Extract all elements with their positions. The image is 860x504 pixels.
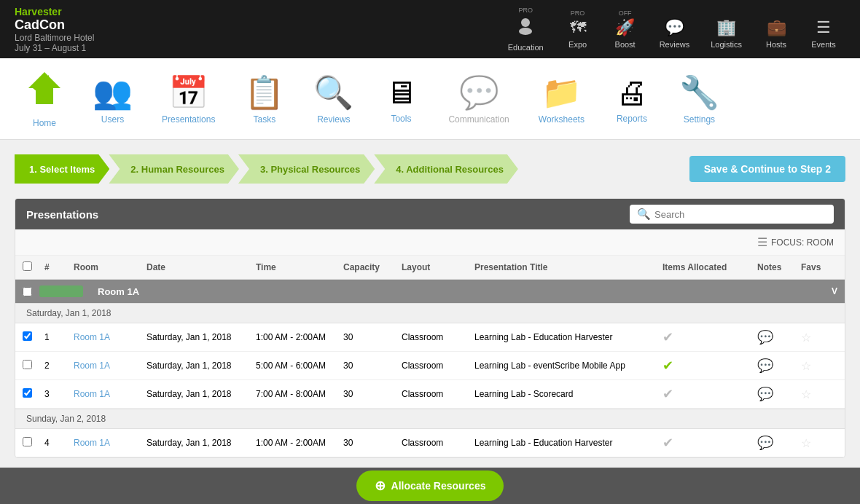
col-title: Presentation Title xyxy=(474,262,662,272)
row4-time: 1:00 AM - 2:00AM xyxy=(256,438,343,448)
row3-room[interactable]: Room 1A xyxy=(74,389,146,399)
row1-num: 1 xyxy=(44,332,74,342)
table-row: 1 Room 1A Saturday, Jan 1, 2018 1:00 AM … xyxy=(15,323,845,352)
nav-item-reviews[interactable]: 💬 Reviews xyxy=(651,4,699,55)
icon-nav-presentations[interactable]: 📅 Presentations xyxy=(151,70,226,128)
col-notes: Notes xyxy=(757,262,801,272)
row2-title: Learning Lab - eventScribe Mobile App xyxy=(474,361,662,371)
col-allocated: Items Allocated xyxy=(662,262,757,272)
nav-badge-logistics xyxy=(725,9,727,17)
row1-checkbox[interactable] xyxy=(23,331,44,343)
room-group-checkbox[interactable] xyxy=(23,287,32,296)
row2-num: 2 xyxy=(44,361,74,371)
search-box[interactable]: 🔍 xyxy=(630,205,834,224)
nav-item-expo[interactable]: PRO 🗺 Expo xyxy=(556,4,600,55)
icon-nav-worksheets-label: Worksheets xyxy=(539,114,585,125)
nav-badge-hosts xyxy=(775,9,778,17)
row4-notes[interactable]: 💬 xyxy=(757,435,801,451)
nav-item-logistics[interactable]: 🏢 Logistics xyxy=(702,4,751,55)
presentations-table: Presentations 🔍 ☰ FOCUS: ROOM # Room Dat… xyxy=(15,198,845,458)
fav-icon-3[interactable]: ☆ xyxy=(801,388,811,401)
nav-item-boost[interactable]: OFF 🚀 Boost xyxy=(603,4,647,55)
nav-label-education: Education xyxy=(508,43,544,52)
settings-icon: 🔧 xyxy=(679,74,719,111)
row2-notes[interactable]: 💬 xyxy=(757,358,801,374)
icon-nav-tools-label: Tools xyxy=(391,114,411,124)
row4-checkbox[interactable] xyxy=(23,437,44,449)
search-input[interactable] xyxy=(654,209,826,220)
row2-checkbox[interactable] xyxy=(23,360,44,371)
date-label-saturday: Saturday, Jan 1, 2018 xyxy=(26,308,112,318)
select-all-checkbox[interactable] xyxy=(23,261,32,271)
row1-notes[interactable]: 💬 xyxy=(757,329,801,345)
search-icon: 🔍 xyxy=(637,208,651,221)
icon-nav-reviews[interactable]: 🔍 Reviews xyxy=(302,70,364,128)
icon-nav-tasks[interactable]: 📋 Tasks xyxy=(233,70,295,128)
column-headers: # Room Date Time Capacity Layout Present… xyxy=(15,256,845,280)
presentations-icon: 📅 xyxy=(168,74,208,111)
nav-item-events[interactable]: ☰ Events xyxy=(802,4,845,55)
step-1-label: 1. Select Items xyxy=(29,164,95,175)
col-checkbox[interactable] xyxy=(23,261,44,273)
icon-nav-users[interactable]: 👥 Users xyxy=(82,70,144,128)
icon-nav-settings-label: Settings xyxy=(684,114,715,125)
fav-icon-4[interactable]: ☆ xyxy=(801,437,811,449)
row3-num: 3 xyxy=(44,389,74,399)
notes-icon-3[interactable]: 💬 xyxy=(757,387,773,401)
row1-time: 1:00 AM - 2:00AM xyxy=(256,332,343,342)
notes-icon-2[interactable]: 💬 xyxy=(757,358,773,373)
date-label-sunday: Sunday, Jan 2, 2018 xyxy=(26,414,106,424)
nav-badge-reviews xyxy=(673,9,676,17)
row4-fav[interactable]: ☆ xyxy=(801,436,837,450)
communication-icon: 💬 xyxy=(459,74,499,111)
notes-icon-1[interactable]: 💬 xyxy=(757,330,773,344)
hosts-icon: 💼 xyxy=(767,18,786,37)
nav-label-reviews: Reviews xyxy=(660,40,690,49)
brand-section: Harvester CadCon Lord Baltimore Hotel Ju… xyxy=(15,6,94,53)
collapse-button[interactable]: V xyxy=(832,286,837,296)
top-nav-items: PRO Education PRO 🗺 Expo OFF 🚀 Boost 💬 xyxy=(499,1,845,58)
room-group-row: Room 1A V xyxy=(15,280,845,303)
allocate-resources-button[interactable]: ⊕ Allocate Resources xyxy=(356,470,504,501)
step-2[interactable]: 2. Human Resources xyxy=(109,154,239,184)
row1-room[interactable]: Room 1A xyxy=(74,332,146,342)
svg-point-1 xyxy=(519,28,532,35)
row3-notes[interactable]: 💬 xyxy=(757,386,801,402)
row4-date: Saturday, Jan 1, 2018 xyxy=(146,438,256,448)
row1-fav[interactable]: ☆ xyxy=(801,331,837,344)
step-2-label: 2. Human Resources xyxy=(130,164,224,175)
icon-nav-worksheets[interactable]: 📁 Worksheets xyxy=(528,70,595,128)
row2-room[interactable]: Room 1A xyxy=(74,361,146,371)
main-content: Presentations 🔍 ☰ FOCUS: ROOM # Room Dat… xyxy=(0,191,860,502)
step-4[interactable]: 4. Additional Resources xyxy=(374,154,518,184)
row3-fav[interactable]: ☆ xyxy=(801,387,837,401)
bottom-bar: ⊕ Allocate Resources xyxy=(0,468,860,502)
icon-nav-home[interactable]: Home xyxy=(15,66,74,132)
row4-room[interactable]: Room 1A xyxy=(74,438,146,448)
fav-icon-2[interactable]: ☆ xyxy=(801,360,811,372)
step-3[interactable]: 3. Physical Resources xyxy=(238,154,375,184)
fav-icon-1[interactable]: ☆ xyxy=(801,331,811,344)
save-continue-button[interactable]: Save & Continue to Step 2 xyxy=(689,156,845,182)
notes-icon-4[interactable]: 💬 xyxy=(757,436,773,450)
row2-allocated: ✔ xyxy=(662,358,757,374)
nav-item-education[interactable]: PRO Education xyxy=(499,1,552,58)
row4-allocated: ✔ xyxy=(662,435,757,451)
row3-layout: Classroom xyxy=(402,389,474,399)
row2-fav[interactable]: ☆ xyxy=(801,359,837,373)
icon-nav-reports[interactable]: 🖨 Reports xyxy=(603,71,661,127)
row1-capacity: 30 xyxy=(343,332,402,342)
brand-title: CadCon xyxy=(15,17,94,33)
row4-layout: Classroom xyxy=(402,438,474,448)
col-layout: Layout xyxy=(402,262,474,272)
row1-layout: Classroom xyxy=(402,332,474,342)
row3-checkbox[interactable] xyxy=(23,388,44,400)
col-room: Room xyxy=(74,262,146,272)
icon-nav-settings[interactable]: 🔧 Settings xyxy=(668,70,730,128)
nav-item-hosts[interactable]: 💼 Hosts xyxy=(754,4,798,55)
allocate-btn-label: Allocate Resources xyxy=(391,480,486,492)
focus-bar: ☰ FOCUS: ROOM xyxy=(15,229,845,256)
icon-nav-tools[interactable]: 🖥 Tools xyxy=(372,71,430,127)
date-separator-saturday: Saturday, Jan 1, 2018 xyxy=(15,303,845,323)
step-1[interactable]: 1. Select Items xyxy=(15,154,109,184)
